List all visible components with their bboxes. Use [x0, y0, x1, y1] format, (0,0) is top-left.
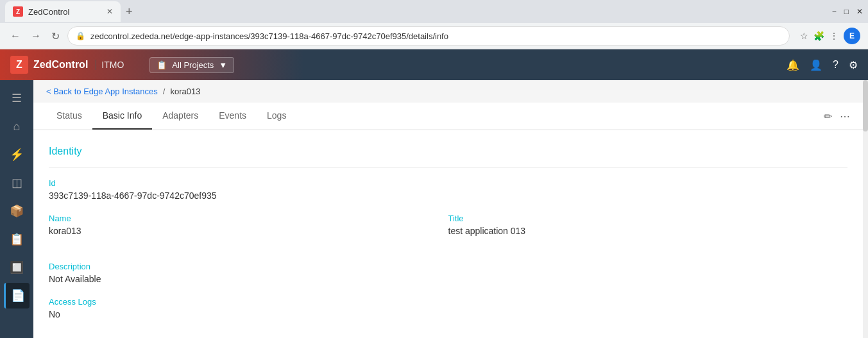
sidebar-item-reports[interactable]: 📋: [4, 226, 30, 252]
id-field-group: Id 393c7139-118a-4667-97dc-9742c70ef935: [49, 178, 847, 201]
logo-icon: Z: [10, 56, 28, 74]
browser-tab[interactable]: Z ZedControl ✕: [5, 1, 121, 22]
notifications-button[interactable]: 🔔: [787, 59, 799, 71]
breadcrumb-current: kora013: [170, 87, 200, 96]
address-bar[interactable]: 🔒 zedcontrol.zededa.net/edge-app-instanc…: [67, 26, 790, 46]
org-name: ITMO: [96, 60, 124, 70]
tab-favicon: Z: [13, 6, 23, 17]
back-link[interactable]: < Back to Edge App Instances: [46, 87, 158, 96]
top-navbar: Z ZedControl ITMO 📋 All Projects ▼ 🔔 👤 ?…: [0, 49, 868, 80]
tabs-bar: Status Basic Info Adapters Events Logs ✏…: [33, 103, 863, 130]
sidebar-item-instances[interactable]: 📄: [4, 283, 30, 308]
title-label: Title: [448, 214, 848, 223]
tab-basic-info[interactable]: Basic Info: [92, 103, 152, 130]
more-options-button[interactable]: ⋯: [840, 110, 850, 123]
project-icon: 📋: [157, 60, 167, 70]
tab-status[interactable]: Status: [46, 103, 92, 130]
sidebar-item-edge[interactable]: ⚡: [4, 142, 30, 167]
description-label: Description: [49, 262, 847, 271]
tab-close-button[interactable]: ✕: [106, 7, 113, 16]
more-button[interactable]: ⋮: [830, 31, 838, 41]
address-bar-row: ← → ↻ 🔒 zedcontrol.zededa.net/edge-app-i…: [0, 23, 868, 49]
access-logs-field-group: Access Logs No: [49, 297, 847, 319]
help-button[interactable]: ?: [833, 59, 838, 71]
sidebar-item-menu[interactable]: ☰: [4, 85, 30, 111]
section-divider: [49, 167, 847, 168]
id-label: Id: [49, 178, 847, 188]
sidebar-item-apps[interactable]: ◫: [4, 170, 30, 196]
name-value: kora013: [49, 226, 448, 236]
app: Z ZedControl ITMO 📋 All Projects ▼ 🔔 👤 ?…: [0, 49, 868, 338]
name-field-group: Name kora013: [49, 214, 448, 236]
user-profile-button[interactable]: 👤: [810, 59, 822, 71]
tab-title: ZedControl: [28, 7, 69, 17]
sidebar: ☰ ⌂ ⚡ ◫ 📦 📋 🔲 📄: [0, 80, 33, 338]
description-value: Not Available: [49, 274, 847, 284]
tab-actions: ✏ ⋯: [824, 110, 850, 123]
browser-actions: ☆ 🧩 ⋮ E: [800, 28, 860, 44]
extensions-button[interactable]: 🧩: [813, 31, 824, 41]
breadcrumb: < Back to Edge App Instances / kora013: [33, 80, 863, 103]
sidebar-item-home[interactable]: ⌂: [4, 114, 30, 139]
description-field-group: Description Not Available: [49, 262, 847, 284]
tab-bar: Z ZedControl ✕ + − □ ✕: [0, 0, 868, 23]
edit-button[interactable]: ✏: [824, 110, 832, 123]
forward-nav-button[interactable]: →: [28, 28, 44, 44]
project-selector[interactable]: 📋 All Projects ▼: [149, 57, 234, 73]
lock-icon: 🔒: [76, 31, 85, 40]
maximize-button[interactable]: □: [844, 7, 849, 16]
scrollbar-track[interactable]: [863, 80, 868, 338]
identity-section-title: Identity: [49, 146, 847, 157]
url-text: zedcontrol.zededa.net/edge-app-instances…: [90, 31, 781, 41]
tab-adapters[interactable]: Adapters: [152, 103, 208, 130]
nav-right: 🔔 👤 ? ⚙: [787, 59, 858, 71]
tab-logs[interactable]: Logs: [257, 103, 296, 130]
app-name: ZedControl: [33, 59, 88, 71]
title-value: test application 013: [448, 226, 848, 236]
app-logo: Z ZedControl ITMO: [10, 56, 134, 74]
bookmark-button[interactable]: ☆: [800, 31, 808, 41]
settings-button[interactable]: ⚙: [849, 59, 858, 71]
new-tab-button[interactable]: +: [126, 5, 133, 19]
access-logs-label: Access Logs: [49, 297, 847, 307]
scrollbar-thumb[interactable]: [863, 80, 868, 131]
close-button[interactable]: ✕: [856, 7, 863, 16]
minimize-button[interactable]: −: [832, 7, 837, 16]
chevron-down-icon: ▼: [219, 60, 227, 70]
reload-button[interactable]: ↻: [49, 28, 62, 45]
project-label: All Projects: [172, 60, 214, 70]
access-logs-value: No: [49, 309, 847, 319]
profile-button[interactable]: E: [844, 28, 860, 44]
title-field-group: Title test application 013: [448, 214, 848, 236]
breadcrumb-separator: /: [163, 87, 166, 96]
name-label: Name: [49, 214, 448, 223]
sidebar-item-nodes[interactable]: 🔲: [4, 255, 30, 280]
browser-chrome: Z ZedControl ✕ + − □ ✕ ← → ↻ 🔒 zedcontro…: [0, 0, 868, 49]
id-value: 393c7139-118a-4667-97dc-9742c70ef935: [49, 190, 847, 201]
detail-content: Identity Id 393c7139-118a-4667-97dc-9742…: [33, 130, 863, 338]
sidebar-item-catalog[interactable]: 📦: [4, 198, 30, 224]
back-nav-button[interactable]: ←: [8, 28, 23, 44]
main-layout: ☰ ⌂ ⚡ ◫ 📦 📋 🔲 📄 < Back to Edge App Insta…: [0, 80, 868, 338]
window-controls: − □ ✕: [832, 7, 863, 16]
name-title-row: Name kora013 Title test application 013: [49, 214, 847, 249]
tab-events[interactable]: Events: [208, 103, 257, 130]
content-area: < Back to Edge App Instances / kora013 S…: [33, 80, 863, 338]
